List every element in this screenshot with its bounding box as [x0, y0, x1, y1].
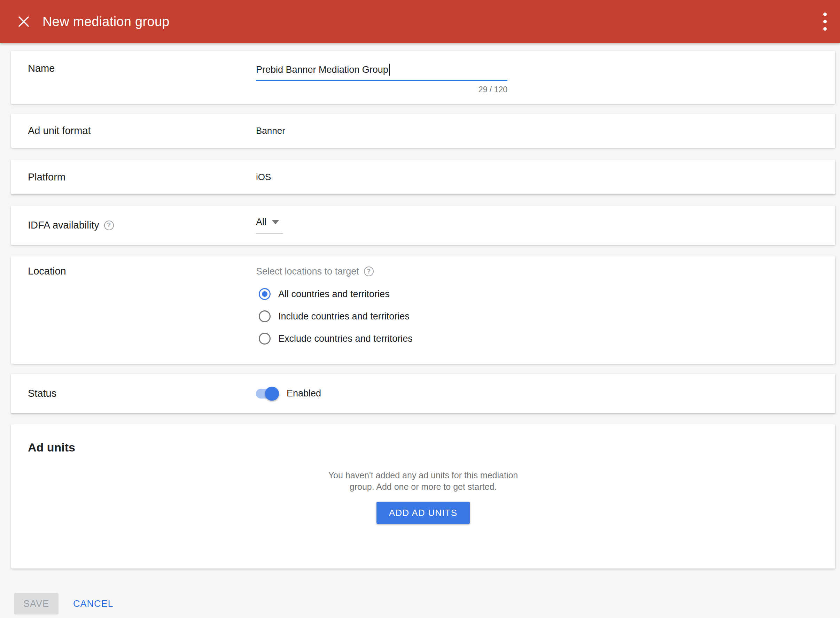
idfa-help-icon[interactable]: ?	[104, 220, 114, 230]
radio-option-label[interactable]: Exclude countries and territories	[278, 333, 413, 344]
ad-units-card: Ad units You haven't added any ad units …	[11, 424, 835, 569]
cancel-button[interactable]: CANCEL	[70, 593, 117, 615]
ad-units-empty-message: You haven't added any ad units for this …	[28, 469, 818, 493]
app-bar: New mediation group	[0, 0, 840, 43]
radio-option-label[interactable]: Include countries and territories	[278, 311, 410, 322]
platform-value: iOS	[256, 172, 271, 183]
radio-dot	[262, 291, 267, 297]
kebab-dot	[823, 13, 827, 16]
empty-message-line1: You haven't added any ad units for this …	[28, 469, 818, 481]
ad-units-title: Ad units	[28, 440, 818, 455]
character-counter: 29 / 120	[256, 85, 508, 94]
status-label: Status	[28, 388, 256, 399]
close-x-glyph	[18, 15, 30, 28]
close-icon[interactable]	[15, 13, 32, 30]
name-label: Name	[28, 63, 256, 74]
location-card: Location Select locations to target ? Al…	[11, 256, 835, 364]
platform-card: Platform iOS	[11, 160, 835, 195]
dropdown-arrow-icon	[272, 220, 279, 224]
status-value: Enabled	[286, 388, 321, 399]
platform-label: Platform	[28, 171, 256, 183]
idfa-label: IDFA availability	[28, 220, 99, 231]
name-input-value: Prebid Banner Mediation Group	[256, 63, 388, 77]
radio-unselected-icon[interactable]	[259, 333, 271, 345]
radio-option-exclude-countries[interactable]: Exclude countries and territories	[256, 327, 413, 350]
location-radio-group: All countries and territories Include co…	[256, 283, 413, 350]
radio-selected-icon[interactable]	[259, 288, 271, 300]
radio-option-include-countries[interactable]: Include countries and territories	[256, 305, 413, 327]
add-ad-units-button[interactable]: ADD AD UNITS	[377, 502, 470, 524]
status-toggle[interactable]	[256, 389, 279, 398]
location-help-icon[interactable]: ?	[364, 266, 374, 276]
radio-unselected-icon[interactable]	[259, 310, 271, 322]
location-heading: Select locations to target	[256, 266, 359, 277]
radio-option-all-countries[interactable]: All countries and territories	[256, 283, 413, 305]
radio-option-label[interactable]: All countries and territories	[278, 289, 390, 300]
kebab-dot	[823, 20, 827, 23]
idfa-dropdown[interactable]: All	[256, 217, 283, 234]
ad-unit-format-value: Banner	[256, 125, 285, 136]
text-caret	[389, 64, 390, 76]
toggle-thumb	[265, 387, 279, 401]
overflow-menu-icon[interactable]	[820, 9, 830, 34]
ad-unit-format-card: Ad unit format Banner	[11, 114, 835, 148]
ad-unit-format-label: Ad unit format	[28, 125, 256, 137]
page-title: New mediation group	[43, 14, 169, 29]
empty-message-line2: group. Add one or more to get started.	[28, 481, 818, 493]
name-card: Name Prebid Banner Mediation Group 29 / …	[11, 51, 835, 104]
status-card: Status Enabled	[11, 374, 835, 413]
kebab-dot	[823, 27, 827, 31]
name-input[interactable]: Prebid Banner Mediation Group	[256, 63, 508, 77]
idfa-availability-card: IDFA availability ? All	[11, 205, 835, 245]
idfa-selected-value: All	[256, 217, 266, 227]
input-focus-underline	[256, 80, 508, 81]
location-label: Location	[28, 266, 256, 277]
save-button[interactable]: SAVE	[14, 593, 58, 615]
